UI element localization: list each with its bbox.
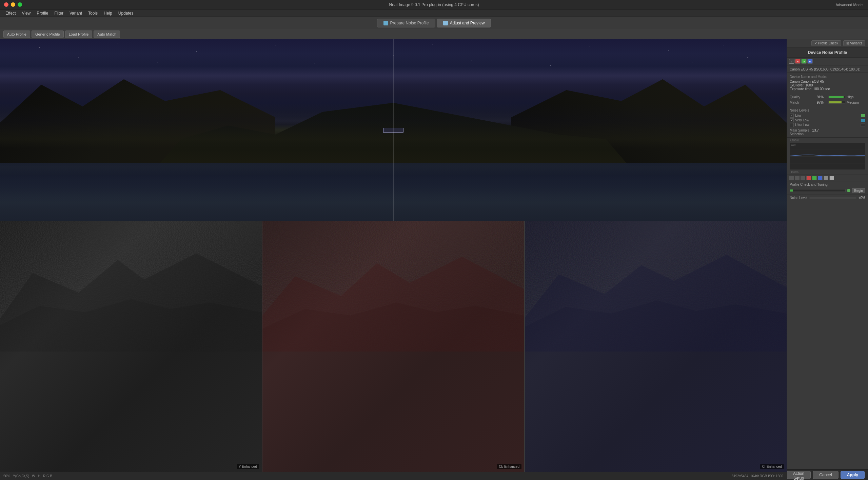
noise-bar-low <box>861 114 865 117</box>
quality-bar-high <box>828 96 845 98</box>
menu-updates[interactable]: Updates <box>116 10 136 16</box>
quality-label: Quality <box>790 95 817 99</box>
device-name-label: Device Name and Mode: <box>790 75 865 79</box>
graph-neg100-label: -100% <box>790 170 865 174</box>
noise-panel-blue[interactable]: Cr Enhanced <box>525 221 787 472</box>
ch-icon-red[interactable] <box>806 176 811 180</box>
red-pattern <box>262 221 524 352</box>
action-setup-button[interactable]: Action Setup <box>787 471 811 479</box>
auto-profile-button[interactable]: Auto Profile <box>3 31 30 38</box>
device-name-section: Device Name and Mode: Canon Canon EOS R5… <box>787 73 868 93</box>
ch-icon-blue[interactable] <box>818 176 823 180</box>
ch-icon-1[interactable] <box>789 176 794 180</box>
menu-effect[interactable]: Effect <box>3 10 18 16</box>
selection-label: Selection <box>790 132 804 136</box>
noise-level-verylow: Very Low <box>795 118 861 122</box>
traffic-lights <box>4 2 22 7</box>
main-sample-row: Main Sample 13.7 <box>790 128 865 132</box>
channel-b-button[interactable]: B <box>807 59 813 64</box>
begin-button[interactable]: Begin <box>852 188 865 193</box>
noise-level-ultralow-row: Ultra Low <box>790 123 865 127</box>
tab-adjust[interactable]: Adjust and Preview <box>437 19 491 27</box>
ch-icon-2[interactable] <box>795 176 800 180</box>
main-image <box>0 39 787 221</box>
quality-row: Quality 91% High <box>790 95 865 99</box>
cancel-button[interactable]: Cancel <box>813 471 838 479</box>
progress-bar-container: Begin <box>790 188 865 193</box>
channel-r-button[interactable]: R <box>795 59 801 64</box>
noise-adj-label: Noise Level <box>790 196 807 200</box>
generic-profile-button[interactable]: Generic Profile <box>32 31 64 38</box>
menu-help[interactable]: Help <box>101 10 115 16</box>
noise-level-low: Low <box>795 114 861 117</box>
tab-prepare-label: Prepare Noise Profile <box>390 21 429 25</box>
noise-level-verylow-check[interactable]: ✓ <box>790 118 794 122</box>
noise-panel-luminance[interactable]: Y Enhanced <box>0 221 262 472</box>
width-label: W <box>32 474 35 478</box>
bottom-toolbar: 50% Y(Cb,Cr,S) W H R G B 8192x5464, 16-b… <box>0 472 787 480</box>
auto-match-button[interactable]: Auto Match <box>94 31 120 38</box>
noise-adj-slider[interactable] <box>809 197 856 199</box>
noise-bar-ultralow <box>861 123 865 127</box>
noise-levels-section: Noise Levels ✓ Low ✓ Very Low Ultra Low … <box>787 107 868 138</box>
ch-icon-3[interactable] <box>801 176 805 180</box>
main-image-container[interactable] <box>0 39 787 221</box>
high-label: High <box>847 95 865 99</box>
minimize-button[interactable] <box>11 2 15 7</box>
close-button[interactable] <box>4 2 8 7</box>
center-area: Y Enhanced Cb Enhanced <box>0 39 787 480</box>
channel-g-button[interactable]: G <box>801 59 807 64</box>
menu-variant[interactable]: Variant <box>67 10 85 16</box>
graph-canvas[interactable]: +0% <box>790 143 865 170</box>
quality-bar-medium <box>828 101 845 104</box>
channel-l-button[interactable]: L <box>789 59 794 64</box>
menu-tools[interactable]: Tools <box>85 10 100 16</box>
profile-check-section: Profile Check and Tuning Begin <box>787 181 868 195</box>
medium-label: Medium <box>847 101 865 104</box>
check-icon: ✓ <box>814 41 817 45</box>
ch-icon-green[interactable] <box>812 176 817 180</box>
app-title: Neat Image 9.0.1 Pro plug-in (using 4 CP… <box>389 2 479 7</box>
height-label: H <box>38 474 40 478</box>
noise-level-low-check[interactable]: ✓ <box>790 114 794 118</box>
main-layout: Y Enhanced Cb Enhanced <box>0 39 868 480</box>
luminance-pattern <box>0 221 262 352</box>
quality-fill-high <box>829 96 844 98</box>
right-panel-header: Device Noise Profile <box>787 47 868 58</box>
noise-level-ultralow: Ultra Low <box>795 123 861 127</box>
blue-panel-label: Cr Enhanced <box>760 464 784 469</box>
variants-icon: ⊞ <box>846 41 849 45</box>
title-bar: Neat Image 9.0.1 Pro plug-in (using 4 CP… <box>0 0 868 9</box>
noise-graph <box>790 143 865 168</box>
tab-prepare[interactable]: Prepare Noise Profile <box>377 19 435 27</box>
noise-levels-label: Noise Levels <box>790 108 865 112</box>
profile-check-button[interactable]: ✓ Profile Check <box>811 40 841 46</box>
image-crosshair <box>383 128 403 133</box>
noise-level-low-row: ✓ Low <box>790 113 865 118</box>
noise-level-ultralow-check[interactable] <box>790 123 794 127</box>
ch-icon-extra[interactable] <box>829 176 834 180</box>
noise-panel-red[interactable]: Cb Enhanced <box>262 221 525 472</box>
graph-section: +200% +0% -100% <box>787 138 868 175</box>
apply-button[interactable]: Apply <box>841 471 865 479</box>
profile-progress-bar <box>790 189 846 192</box>
noise-bar-verylow <box>861 119 865 122</box>
variants-label: Variants <box>850 41 862 45</box>
blue-pattern <box>525 221 787 352</box>
main-sample-label: Main Sample <box>790 128 809 132</box>
profile-check-title: Profile Check and Tuning <box>790 183 865 186</box>
load-profile-button[interactable]: Load Profile <box>65 31 93 38</box>
maximize-button[interactable] <box>18 2 22 7</box>
menu-filter[interactable]: Filter <box>52 10 66 16</box>
menu-profile[interactable]: Profile <box>34 10 51 16</box>
match-label: Match <box>790 101 817 104</box>
channel-buttons: L R G B <box>787 58 868 65</box>
ch-icon-all[interactable] <box>824 176 828 180</box>
mode-label: Advanced Mode <box>836 3 863 7</box>
menu-bar: Effect View Profile Filter Variant Tools… <box>0 9 868 17</box>
menu-view[interactable]: View <box>19 10 33 16</box>
variants-button[interactable]: ⊞ Variants <box>843 40 865 46</box>
main-sample-value: 13.7 <box>812 128 818 132</box>
quality-section: Quality 91% High Match 97% Medium <box>787 93 868 107</box>
match-row: Match 97% Medium <box>790 100 865 105</box>
